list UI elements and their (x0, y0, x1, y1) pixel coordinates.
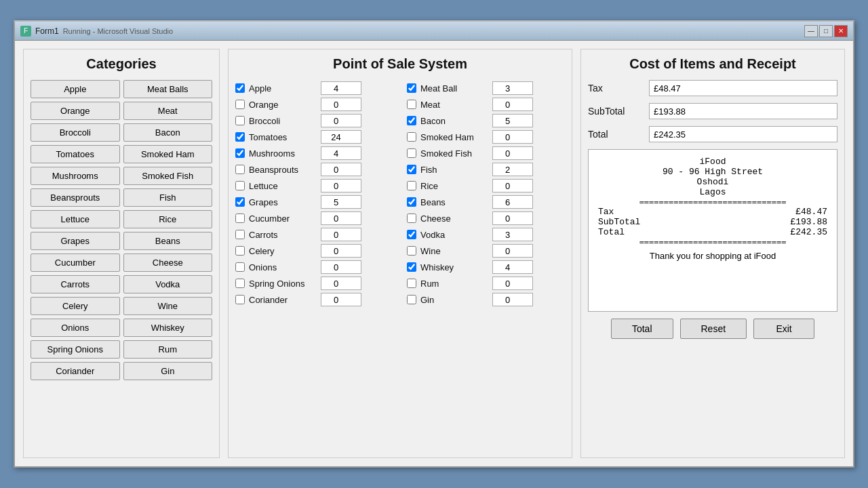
store-address3: Lagos (598, 187, 827, 197)
exit-button[interactable]: Exit (753, 319, 814, 339)
pos-item-checkbox[interactable] (407, 262, 416, 272)
category-button[interactable]: Spring Onions (31, 340, 120, 359)
pos-item-checkbox[interactable] (235, 83, 245, 93)
total-button[interactable]: Total (611, 319, 673, 339)
window-title: Form1 (35, 26, 59, 36)
category-button[interactable]: Bacon (123, 123, 213, 142)
pos-item-qty[interactable] (492, 293, 533, 306)
pos-item-checkbox[interactable] (407, 197, 416, 207)
pos-item-qty[interactable] (492, 114, 533, 127)
category-button[interactable]: Fish (123, 188, 213, 207)
pos-item-checkbox[interactable] (235, 295, 245, 304)
pos-item-qty[interactable] (492, 179, 533, 192)
pos-item-qty[interactable] (321, 260, 361, 274)
category-button[interactable]: Meat Balls (123, 80, 213, 98)
category-button[interactable]: Apple (31, 80, 120, 98)
pos-item-qty[interactable] (492, 195, 533, 209)
category-button[interactable]: Mushrooms (31, 167, 120, 185)
pos-item-qty[interactable] (321, 293, 361, 306)
pos-item-qty[interactable] (321, 98, 361, 111)
pos-item-checkbox[interactable] (235, 165, 245, 174)
pos-item-label: Rum (420, 279, 488, 289)
category-button[interactable]: Smoked Fish (123, 167, 213, 185)
pos-item-qty[interactable] (321, 195, 361, 209)
total-value: £242.35 (649, 126, 837, 142)
pos-item-qty[interactable] (321, 114, 361, 127)
pos-item-checkbox[interactable] (407, 148, 416, 158)
app-icon: F (20, 26, 31, 37)
pos-item-qty[interactable] (492, 244, 533, 258)
pos-item-qty[interactable] (492, 146, 533, 160)
category-button[interactable]: Meat (123, 102, 213, 120)
category-button[interactable]: Celery (31, 297, 120, 315)
category-button[interactable]: Grapes (31, 232, 120, 250)
pos-item-qty[interactable] (321, 163, 361, 176)
category-button[interactable]: Cucumber (31, 253, 120, 272)
pos-item-qty[interactable] (321, 81, 361, 95)
pos-item-checkbox[interactable] (235, 279, 245, 288)
category-button[interactable]: Broccoli (31, 123, 120, 142)
pos-item-checkbox[interactable] (407, 214, 416, 223)
pos-item-qty[interactable] (492, 228, 533, 241)
close-button[interactable]: ✕ (834, 25, 848, 37)
category-button[interactable]: Orange (31, 102, 120, 120)
pos-item-checkbox[interactable] (407, 279, 416, 288)
category-button[interactable]: Onions (31, 319, 120, 337)
category-button[interactable]: Gin (123, 362, 213, 380)
category-button[interactable]: Coriander (31, 362, 120, 380)
pos-item-qty[interactable] (321, 130, 361, 144)
pos-item-row: Beans (407, 194, 565, 210)
category-button[interactable]: Lettuce (31, 210, 120, 228)
pos-item-qty[interactable] (492, 163, 533, 176)
pos-item-checkbox[interactable] (407, 165, 416, 174)
pos-item-qty[interactable] (492, 81, 533, 95)
category-button[interactable]: Rice (123, 210, 213, 228)
minimize-button[interactable]: — (804, 25, 818, 37)
category-button[interactable]: Cheese (123, 253, 213, 272)
pos-item-qty[interactable] (492, 260, 533, 274)
category-button[interactable]: Carrots (31, 275, 120, 293)
reset-button[interactable]: Reset (680, 319, 747, 339)
category-button[interactable]: Smoked Ham (123, 145, 213, 163)
pos-item-checkbox[interactable] (235, 197, 245, 207)
pos-item-qty[interactable] (321, 179, 361, 192)
category-button[interactable]: Wine (123, 297, 213, 315)
pos-item-qty[interactable] (492, 277, 533, 290)
pos-item-checkbox[interactable] (407, 83, 416, 93)
pos-item-checkbox[interactable] (235, 246, 245, 256)
category-button[interactable]: Vodka (123, 275, 213, 293)
pos-item-checkbox[interactable] (235, 230, 245, 239)
pos-item-checkbox[interactable] (235, 262, 245, 272)
pos-item-checkbox[interactable] (407, 181, 416, 190)
category-button[interactable]: Beans (123, 232, 213, 250)
pos-item-qty[interactable] (321, 211, 361, 225)
pos-item-checkbox[interactable] (407, 132, 416, 142)
pos-item-label: Lettuce (249, 181, 317, 191)
pos-item-checkbox[interactable] (407, 295, 416, 304)
window-subtitle: Running - Microsoft Visual Studio (63, 27, 173, 35)
pos-item-checkbox[interactable] (407, 230, 416, 239)
pos-item-row: Cheese (407, 210, 565, 226)
pos-item-qty[interactable] (321, 146, 361, 160)
pos-item-checkbox[interactable] (235, 148, 245, 158)
category-button[interactable]: Tomatoes (31, 145, 120, 163)
pos-item-qty[interactable] (321, 228, 361, 241)
pos-item-qty[interactable] (321, 244, 361, 258)
pos-item-checkbox[interactable] (407, 116, 416, 125)
category-button[interactable]: Whiskey (123, 319, 213, 337)
category-button[interactable]: Beansprouts (31, 188, 120, 207)
pos-item-checkbox[interactable] (235, 181, 245, 190)
pos-item-qty[interactable] (492, 211, 533, 225)
pos-item-checkbox[interactable] (407, 100, 416, 109)
pos-item-label: Beansprouts (249, 165, 317, 175)
pos-item-qty[interactable] (492, 130, 533, 144)
category-button[interactable]: Rum (123, 340, 213, 359)
pos-item-checkbox[interactable] (407, 246, 416, 256)
pos-item-checkbox[interactable] (235, 100, 245, 109)
pos-item-qty[interactable] (321, 277, 361, 290)
pos-item-checkbox[interactable] (235, 214, 245, 223)
pos-item-checkbox[interactable] (235, 132, 245, 142)
pos-item-qty[interactable] (492, 98, 533, 111)
pos-item-checkbox[interactable] (235, 116, 245, 125)
maximize-button[interactable]: □ (819, 25, 833, 37)
